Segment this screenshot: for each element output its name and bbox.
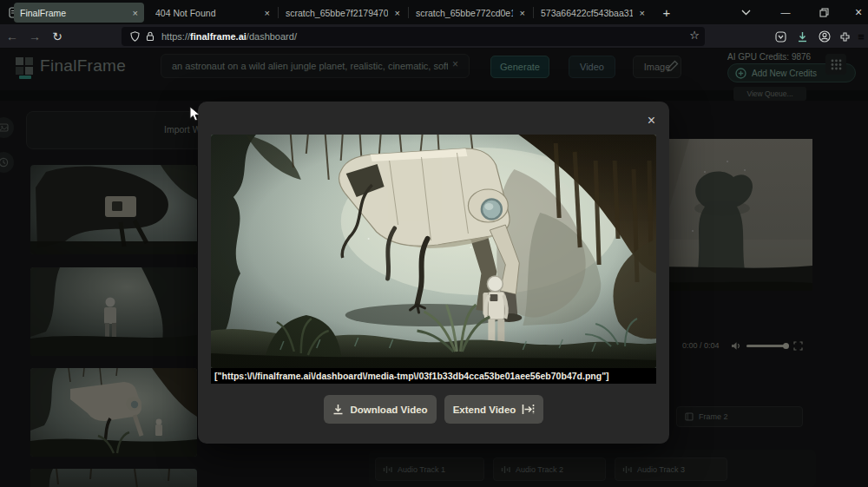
lock-icon[interactable] — [146, 31, 155, 42]
tab-separator — [408, 7, 409, 18]
restore-button[interactable] — [812, 0, 835, 24]
extend-video-label: Extend Video — [453, 405, 516, 415]
download-video-button[interactable]: Download Video — [324, 395, 437, 424]
tab-title: 573a66422cf543baa3113ccf8cdcd4 — [541, 8, 633, 18]
url-bar[interactable]: https://finalframe.ai/dashboard/ ☆ — [122, 27, 705, 46]
reload-icon[interactable]: ↻ — [47, 24, 68, 49]
browser-nav-bar: ← → ↻ https://finalframe.ai/dashboard/ ☆… — [0, 24, 868, 49]
browser-tab-bar: FinalFrame × 404 Not Found × scratch_65b… — [0, 0, 868, 24]
downloads-icon[interactable] — [792, 24, 812, 49]
back-icon[interactable]: ← — [2, 24, 23, 49]
shield-icon[interactable] — [130, 31, 140, 42]
account-icon[interactable] — [815, 24, 834, 49]
tab-close-icon[interactable]: × — [640, 8, 645, 18]
screen: FinalFrame × 404 Not Found × scratch_65b… — [0, 0, 868, 487]
tab-separator — [278, 7, 279, 18]
list-tabs-chevron-icon[interactable] — [734, 0, 757, 24]
extend-video-button[interactable]: Extend Video — [444, 395, 543, 424]
minimize-button[interactable]: — — [774, 0, 797, 24]
tab-title: scratch_65bbe7f2179470.85819253 — [286, 8, 388, 18]
tab-close-icon[interactable]: × — [265, 8, 270, 18]
tab-title: FinalFrame — [20, 8, 126, 18]
modal-close-icon[interactable]: × — [648, 114, 655, 128]
tab-close-icon[interactable]: × — [520, 8, 525, 18]
extensions-icon[interactable] — [836, 24, 853, 49]
tab-hash[interactable]: 573a66422cf543baa3113ccf8cdcd4 × — [535, 3, 651, 23]
generated-media-preview — [211, 135, 656, 368]
bookmark-star-icon[interactable]: ☆ — [689, 29, 700, 42]
tab-scratch-2[interactable]: scratch_65bbe772cd0e19.49106234 × — [410, 3, 531, 23]
download-icon — [332, 404, 344, 415]
new-tab-button[interactable]: + — [656, 0, 677, 24]
tab-separator — [533, 7, 534, 18]
tab-title: scratch_65bbe772cd0e19.49106234 — [416, 8, 513, 18]
tab-scratch-1[interactable]: scratch_65bbe7f2179470.85819253 × — [279, 3, 406, 23]
finalframe-dashboard: FinalFrame × Generate Video Image AI GPU… — [0, 49, 868, 487]
menu-icon[interactable]: ≡ — [854, 24, 868, 49]
mouse-cursor — [189, 106, 201, 125]
tab-404[interactable]: 404 Not Found × — [149, 3, 276, 23]
url-text: https://finalframe.ai/dashboard/ — [161, 31, 297, 42]
tab-close-icon[interactable]: × — [133, 8, 138, 18]
tab-title: 404 Not Found — [155, 8, 258, 18]
download-video-label: Download Video — [350, 405, 427, 415]
media-preview-modal: × — [198, 102, 669, 444]
extend-icon — [522, 404, 535, 415]
pocket-icon[interactable] — [771, 24, 790, 49]
media-url-caption: ["https:\/\/finalframe.ai\/dashboard\/me… — [211, 368, 656, 384]
forward-icon[interactable]: → — [24, 24, 45, 49]
tab-close-icon[interactable]: × — [395, 8, 400, 18]
tab-finalframe[interactable]: FinalFrame × — [14, 3, 144, 23]
window-close-button[interactable]: × — [849, 0, 868, 24]
